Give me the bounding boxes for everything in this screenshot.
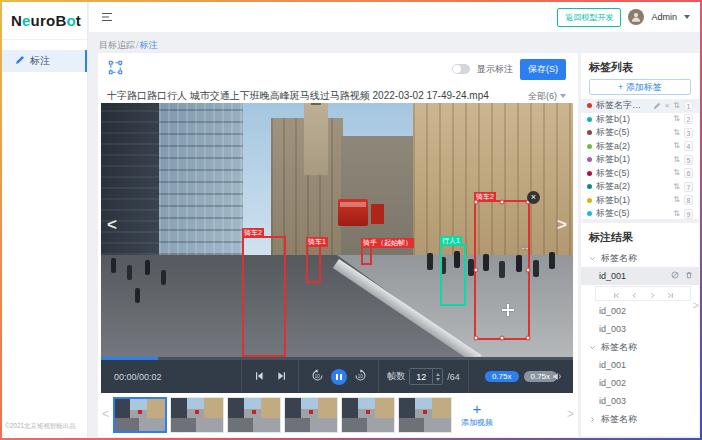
chevron-right-icon[interactable]	[589, 416, 596, 423]
breadcrumb: 目标追踪/标注	[99, 39, 158, 52]
label-row[interactable]: 标签b(1)⇅2	[581, 113, 699, 127]
result-item-row[interactable]: id_001	[581, 356, 699, 374]
label-hotkey-badge: 4	[684, 141, 693, 151]
bounding-box[interactable]: 骑车2	[242, 236, 286, 357]
next-frame-button[interactable]	[277, 371, 287, 383]
hide-item-icon[interactable]	[671, 271, 679, 281]
sort-label-icon[interactable]: ⇅	[673, 142, 680, 150]
crosshair-cursor	[502, 304, 514, 316]
pause-button[interactable]	[331, 369, 347, 385]
video-thumbnail[interactable]	[284, 397, 338, 433]
sort-label-icon[interactable]: ⇅	[673, 169, 680, 177]
bbox-resize-handle[interactable]	[474, 336, 479, 341]
label-row[interactable]: 标签名字最长数...×⇅1	[581, 99, 699, 113]
label-row[interactable]: 标签a(2)⇅4	[581, 140, 699, 154]
bbox-resize-handle[interactable]	[526, 268, 531, 273]
user-name[interactable]: Admin	[651, 12, 677, 22]
result-item-row[interactable]: id_001	[581, 267, 699, 285]
panel-collapse-arrow[interactable]: >	[693, 299, 699, 311]
spinner-down-icon[interactable]	[436, 378, 440, 381]
bbox-resize-handle[interactable]	[526, 336, 531, 341]
rewind-10-button[interactable]: 10	[311, 369, 324, 384]
video-thumbnail[interactable]	[170, 397, 224, 433]
filmstrip-next-arrow[interactable]: >	[567, 407, 574, 421]
user-caret-icon[interactable]	[684, 15, 690, 19]
frame-count-stepper	[409, 368, 443, 385]
frame-spinner[interactable]	[432, 369, 442, 384]
label-row[interactable]: 标签c(5)⇅9	[581, 207, 699, 221]
bbox-resize-handle[interactable]	[474, 200, 479, 205]
sort-label-icon[interactable]: ⇅	[673, 210, 680, 218]
sidebar-item-标注[interactable]: 标注	[2, 50, 87, 72]
result-group-row[interactable]: 标签名称	[581, 338, 699, 356]
result-item-row[interactable]: id_002	[581, 302, 699, 320]
logo-letter: ur	[31, 12, 46, 29]
filmstrip: < + 添加视频 >	[98, 393, 578, 437]
chevron-down-icon[interactable]	[589, 255, 596, 262]
prev-video-arrow[interactable]: <	[107, 215, 117, 235]
filter-dropdown[interactable]: 全部(6)	[528, 90, 566, 103]
label-row[interactable]: 标签c(5)⇅3	[581, 126, 699, 140]
video-thumbnail[interactable]	[113, 397, 167, 433]
pager-last-icon[interactable]	[667, 285, 674, 303]
label-row[interactable]: 标签a(2)⇅7	[581, 180, 699, 194]
result-item-row[interactable]: id_003	[581, 320, 699, 338]
delete-item-icon[interactable]	[685, 271, 693, 281]
label-row[interactable]: 标签b(1)⇅5	[581, 153, 699, 167]
video-thumbnail[interactable]	[341, 397, 395, 433]
app-window: NeuroBot 标注 ©2021北京矩视智能出品 返回模型开发 Admin 目…	[2, 2, 700, 438]
volume-icon[interactable]	[552, 371, 563, 382]
prev-frame-button[interactable]	[254, 371, 264, 383]
filmstrip-prev-arrow[interactable]: <	[102, 407, 109, 421]
result-item-id: id_002	[599, 378, 626, 388]
bbox-resize-handle[interactable]	[500, 200, 505, 205]
add-label-button[interactable]: + 添加标签	[589, 79, 691, 95]
bbox-layer: 骑车2骑车1骑手（起始帧）行人1骑车2×	[101, 103, 573, 357]
show-annotation-toggle[interactable]	[452, 64, 470, 74]
bounding-box[interactable]: 骑车2×	[474, 200, 530, 340]
result-item-row[interactable]: id_002	[581, 374, 699, 392]
video-thumbnail[interactable]	[227, 397, 281, 433]
pager-first-icon[interactable]	[613, 285, 620, 303]
sort-label-icon[interactable]: ⇅	[673, 183, 680, 191]
bounding-box[interactable]: 骑手（起始帧）	[361, 246, 372, 265]
pager-next-icon[interactable]	[649, 285, 656, 303]
annotate-pencil-icon	[15, 55, 25, 67]
show-annotation-label: 显示标注	[477, 63, 513, 76]
video-canvas[interactable]: 骑车2骑车1骑手（起始帧）行人1骑车2× < > ↔	[101, 103, 573, 357]
collapse-menu-icon[interactable]	[101, 11, 113, 23]
label-color-dot	[587, 157, 592, 162]
bounding-box[interactable]: 行人1	[440, 244, 466, 306]
sort-label-icon[interactable]: ⇅	[673, 102, 680, 110]
spinner-up-icon[interactable]	[436, 373, 440, 376]
frame-count-input[interactable]	[410, 369, 432, 384]
breadcrumb-parent[interactable]: 目标追踪	[99, 40, 135, 50]
save-button[interactable]: 保存(S)	[520, 59, 566, 80]
chevron-down-icon[interactable]	[589, 344, 596, 351]
speed-pill-active[interactable]: 0.75x	[485, 371, 519, 382]
label-row[interactable]: 标签b(1)⇅8	[581, 194, 699, 208]
video-thumbnail[interactable]	[398, 397, 452, 433]
add-video-button[interactable]: + 添加视频	[456, 395, 498, 435]
tools-row: 显示标注 保存(S)	[108, 58, 566, 80]
result-group-row[interactable]: 标签名称	[581, 249, 699, 267]
forward-10-button[interactable]: 10	[354, 369, 367, 384]
label-row[interactable]: 标签c(5)⇅6	[581, 167, 699, 181]
sort-label-icon[interactable]: ⇅	[673, 196, 680, 204]
sort-label-icon[interactable]: ⇅	[673, 156, 680, 164]
bbox-resize-handle[interactable]	[500, 336, 505, 341]
back-to-model-dev-button[interactable]: 返回模型开发	[557, 8, 621, 27]
edit-label-icon[interactable]	[653, 102, 661, 110]
bbox-delete-button[interactable]: ×	[527, 191, 540, 204]
sort-label-icon[interactable]: ⇅	[673, 129, 680, 137]
delete-label-icon[interactable]: ×	[665, 102, 670, 110]
pager-prev-icon[interactable]	[631, 285, 638, 303]
result-group-row[interactable]: 标签名称	[581, 410, 699, 428]
result-item-row[interactable]: id_003	[581, 392, 699, 410]
bbox-tool-icon[interactable]	[108, 60, 123, 79]
next-video-arrow[interactable]: >	[557, 215, 567, 235]
avatar[interactable]	[628, 9, 644, 25]
sort-label-icon[interactable]: ⇅	[673, 115, 680, 123]
bbox-resize-handle[interactable]	[474, 268, 479, 273]
bounding-box[interactable]: 骑车1	[306, 245, 321, 283]
